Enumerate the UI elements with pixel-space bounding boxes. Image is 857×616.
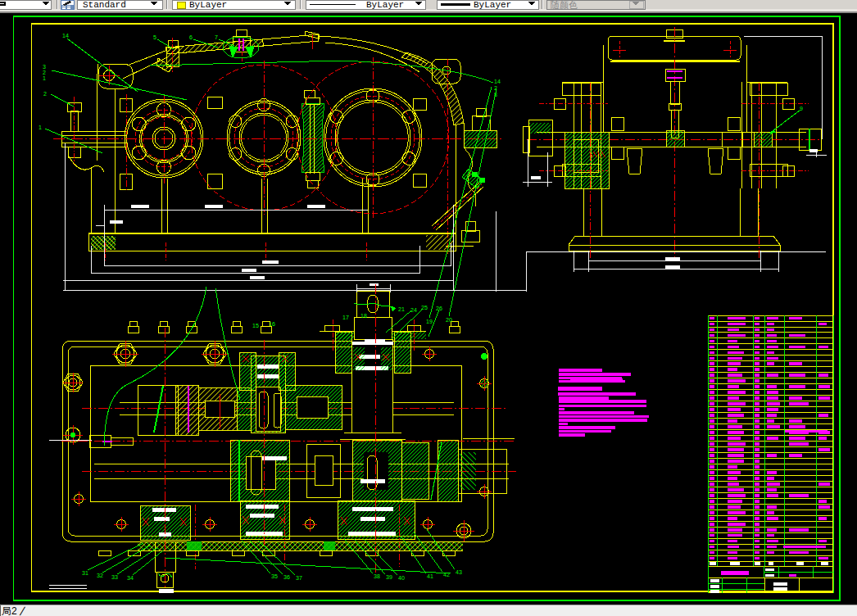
- svg-text:2: 2: [43, 91, 47, 97]
- svg-text:42: 42: [443, 572, 450, 578]
- svg-text:43: 43: [456, 569, 462, 575]
- svg-text:21: 21: [398, 306, 405, 312]
- svg-text:8: 8: [494, 92, 497, 97]
- svg-text:15: 15: [252, 323, 259, 328]
- svg-text:1: 1: [43, 75, 46, 81]
- svg-text:ByLayer: ByLayer: [189, 0, 227, 10]
- svg-text:ByLayer: ByLayer: [366, 0, 404, 10]
- svg-text:18: 18: [360, 313, 367, 319]
- svg-text:26: 26: [436, 306, 442, 311]
- svg-text:2: 2: [43, 70, 46, 75]
- svg-text:9: 9: [800, 106, 803, 111]
- svg-text:局2: 局2: [2, 605, 17, 616]
- svg-text:32: 32: [97, 573, 103, 578]
- svg-text:25: 25: [421, 305, 428, 310]
- svg-text:6: 6: [189, 34, 193, 40]
- svg-text:14: 14: [62, 33, 69, 38]
- svg-text:16: 16: [269, 321, 275, 327]
- svg-text:2: 2: [494, 85, 497, 91]
- svg-text:1: 1: [39, 125, 42, 130]
- svg-text:39: 39: [386, 574, 392, 580]
- svg-text:20: 20: [446, 317, 452, 323]
- svg-text:19: 19: [426, 319, 433, 324]
- svg-text:37: 37: [296, 575, 302, 581]
- svg-text:34: 34: [127, 575, 134, 581]
- svg-text:17: 17: [342, 315, 349, 320]
- svg-text:35: 35: [271, 573, 278, 579]
- svg-text:40: 40: [398, 575, 405, 581]
- svg-text:38: 38: [374, 573, 380, 579]
- svg-text:3: 3: [43, 64, 46, 70]
- svg-text:24: 24: [410, 307, 417, 313]
- svg-text:Standard: Standard: [83, 0, 126, 10]
- svg-text:ByLayer: ByLayer: [474, 0, 511, 10]
- svg-text:14: 14: [494, 79, 501, 84]
- svg-text:41: 41: [427, 573, 433, 579]
- svg-text:7: 7: [215, 34, 218, 40]
- svg-text:31: 31: [82, 570, 88, 576]
- svg-text:33: 33: [111, 574, 118, 580]
- svg-text:随颜色: 随颜色: [551, 0, 578, 10]
- svg-text:5: 5: [153, 34, 156, 40]
- svg-text:36: 36: [283, 574, 290, 580]
